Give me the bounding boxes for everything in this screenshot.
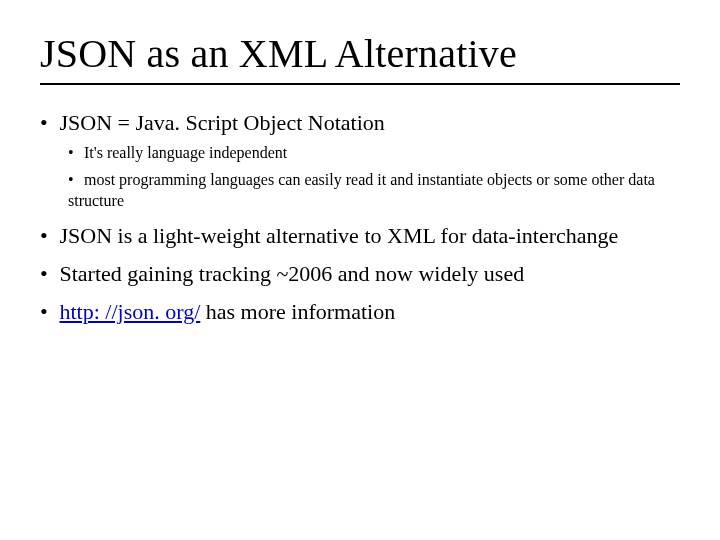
slide-title: JSON as an XML Alternative	[40, 30, 680, 85]
bullet-level1: • http: //json. org/ has more informatio…	[40, 298, 680, 326]
bullet-text: JSON = Java. Script Object Notation	[60, 110, 385, 135]
bullet-dot-icon: •	[40, 222, 54, 250]
slide: JSON as an XML Alternative • JSON = Java…	[0, 0, 720, 540]
bullet-dot-icon: •	[68, 143, 80, 164]
slide-body: • JSON = Java. Script Object Notation • …	[0, 85, 720, 326]
bullet-text: JSON is a light-weight alternative to XM…	[60, 223, 619, 248]
bullet-level1: • Started gaining tracking ~2006 and now…	[40, 260, 680, 288]
bullet-dot-icon: •	[68, 170, 80, 191]
bullet-level1: • JSON = Java. Script Object Notation	[40, 109, 680, 137]
bullet-level2: • It's really language independent	[68, 143, 680, 164]
bullet-text: Started gaining tracking ~2006 and now w…	[60, 261, 525, 286]
bullet-text: has more information	[200, 299, 395, 324]
json-org-link[interactable]: http: //json. org/	[60, 299, 201, 324]
bullet-level1: • JSON is a light-weight alternative to …	[40, 222, 680, 250]
bullet-level2: • most programming languages can easily …	[68, 170, 680, 212]
bullet-dot-icon: •	[40, 260, 54, 288]
bullet-text: It's really language independent	[84, 144, 287, 161]
bullet-dot-icon: •	[40, 298, 54, 326]
bullet-text: most programming languages can easily re…	[68, 171, 655, 209]
bullet-dot-icon: •	[40, 109, 54, 137]
title-wrap: JSON as an XML Alternative	[0, 0, 720, 85]
